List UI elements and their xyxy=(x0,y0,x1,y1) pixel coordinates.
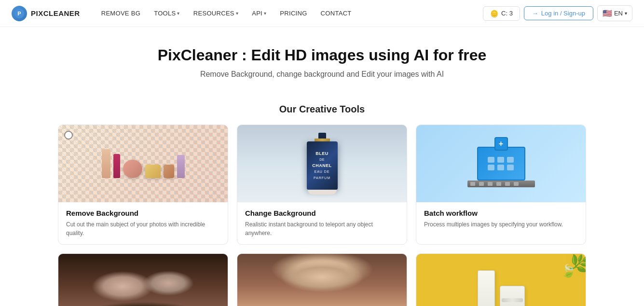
chevron-down-icon: ▾ xyxy=(177,11,179,16)
tool-card-batch-workflow[interactable]: + xyxy=(416,125,586,245)
tool-card-title: Batch workflow xyxy=(424,209,578,217)
tool-card-description: Cut out the main subject of your photos … xyxy=(66,220,220,237)
tool-card-body: Remove Background Cut out the main subje… xyxy=(58,202,228,244)
hero-title: PixCleaner : Edit HD images using AI for… xyxy=(10,46,634,64)
chevron-down-icon: ▾ xyxy=(625,11,627,16)
svg-text:P: P xyxy=(17,11,21,16)
tool-card-image-interactive: 🌿 🍃 xyxy=(416,254,586,306)
tool-card-image-generation[interactable]: Image Generation Generate high-resolutio… xyxy=(58,253,228,306)
chevron-down-icon: ▾ xyxy=(264,11,266,16)
login-icon: → xyxy=(532,10,538,17)
tool-card-title: Change Background xyxy=(245,209,399,217)
tool-card-remove-background[interactable]: Remove Background Cut out the main subje… xyxy=(58,125,228,245)
nav-right: 🪙 C: 3 → Log in / Sign-up 🇺🇸 EN ▾ xyxy=(483,5,632,21)
tool-card-title: Remove Background xyxy=(66,209,220,217)
credits-button[interactable]: 🪙 C: 3 xyxy=(483,6,520,21)
tool-card-image-enhancer[interactable]: Image Enhancer Enhance your images and b… xyxy=(237,253,407,306)
navbar: P PIXCLEANER REMOVE BG TOOLS ▾ RESOURCES… xyxy=(0,0,644,27)
nav-links: REMOVE BG TOOLS ▾ RESOURCES ▾ API ▾ PRIC… xyxy=(96,7,483,20)
tools-section: Our Creative Tools xyxy=(0,104,644,306)
tool-card-change-background[interactable]: BLEUDECHANELEAU DE PARFUM Change Backgro… xyxy=(237,125,407,245)
tool-card-description: Realistic instant background to teleport… xyxy=(245,220,399,237)
flag-icon: 🇺🇸 xyxy=(603,9,612,18)
tools-heading: Our Creative Tools xyxy=(58,104,586,115)
nav-item-resources[interactable]: RESOURCES ▾ xyxy=(188,7,244,20)
logo-icon: P xyxy=(12,6,27,21)
login-label: Log in / Sign-up xyxy=(541,10,585,17)
chevron-down-icon: ▾ xyxy=(236,11,238,16)
tool-card-image-remove-bg xyxy=(58,125,228,202)
nav-item-contact[interactable]: CONTACT xyxy=(315,7,357,20)
nav-item-pricing[interactable]: PRICING xyxy=(274,7,313,20)
hero-section: PixCleaner : Edit HD images using AI for… xyxy=(0,27,644,104)
credits-count: C: 3 xyxy=(501,10,513,17)
tool-card-image-enhancer xyxy=(237,254,407,306)
tool-card-image-generation xyxy=(58,254,228,306)
tools-grid: Remove Background Cut out the main subje… xyxy=(58,125,586,306)
tool-card-body: Change Background Realistic instant back… xyxy=(237,202,407,244)
tool-card-image-batch: + xyxy=(416,125,586,202)
credits-icon: 🪙 xyxy=(490,10,498,17)
tool-card-image-change-bg: BLEUDECHANELEAU DE PARFUM xyxy=(237,125,407,202)
hero-subtitle: Remove Background, change background and… xyxy=(10,70,634,79)
logo-text: PIXCLEANER xyxy=(31,9,80,17)
nav-item-tools[interactable]: TOOLS ▾ xyxy=(148,7,186,20)
tool-card-interactive-touch[interactable]: 🌿 🍃 Interactive Touch Remove background … xyxy=(416,253,586,306)
logo[interactable]: P PIXCLEANER xyxy=(12,6,80,21)
tool-card-description: Process multiples images by specifying y… xyxy=(424,220,578,229)
tool-card-body: Batch workflow Process multiples images … xyxy=(416,202,586,236)
language-button[interactable]: 🇺🇸 EN ▾ xyxy=(597,5,632,21)
nav-item-remove-bg[interactable]: REMOVE BG xyxy=(96,7,146,20)
nav-item-api[interactable]: API ▾ xyxy=(246,7,272,20)
lang-label: EN xyxy=(614,10,623,17)
login-button[interactable]: → Log in / Sign-up xyxy=(524,6,593,20)
